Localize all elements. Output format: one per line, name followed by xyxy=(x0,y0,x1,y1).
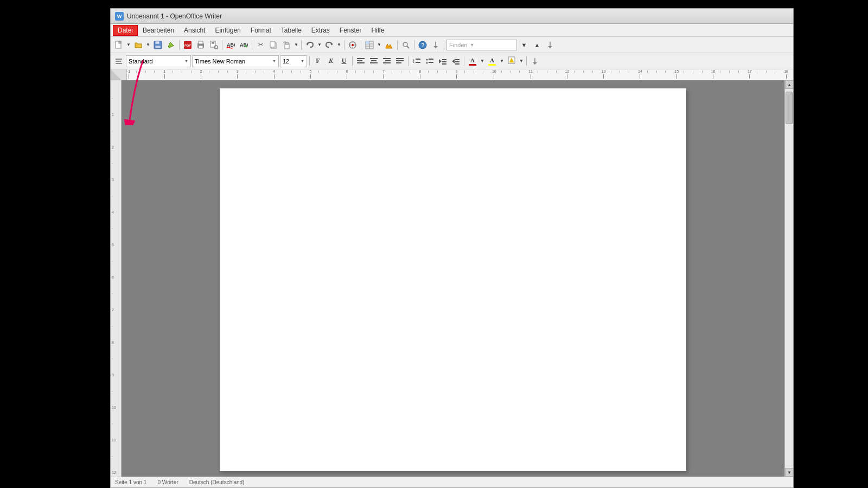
paste-dropdown[interactable]: ▼ xyxy=(293,39,299,51)
highlight-button[interactable]: A xyxy=(486,55,498,67)
style-dropdown[interactable]: Standard ▼ xyxy=(126,55,191,67)
scroll-down-button[interactable]: ▼ xyxy=(785,468,793,477)
svg-rect-65 xyxy=(429,62,433,63)
menu-hilfe[interactable]: Hilfe xyxy=(367,25,390,36)
menu-einfuegen[interactable]: Einfügen xyxy=(210,25,245,36)
svg-rect-47 xyxy=(357,60,362,61)
export-pdf-button[interactable]: PDF xyxy=(182,39,194,51)
font-dropdown[interactable]: Times New Roman ▼ xyxy=(192,55,279,67)
menu-ansicht[interactable]: Ansicht xyxy=(179,25,210,36)
align-right-button[interactable] xyxy=(381,55,393,67)
document-area[interactable] xyxy=(122,80,784,477)
menu-fenster[interactable]: Fenster xyxy=(335,25,367,36)
horizontal-ruler: -1123456789101112131415161718 xyxy=(127,69,793,80)
new-dropdown[interactable]: ▼ xyxy=(126,39,131,51)
svg-text:PDF: PDF xyxy=(184,44,191,47)
increase-indent-button[interactable] xyxy=(437,55,449,67)
language-info: Deutsch (Deutschland) xyxy=(189,479,245,485)
unordered-list-button[interactable] xyxy=(424,55,436,67)
spellcheck-button[interactable]: ABC xyxy=(225,39,237,51)
toolbar-separator-3 xyxy=(252,40,252,50)
toolbar-menu-button[interactable] xyxy=(430,39,442,51)
bold-button[interactable]: F xyxy=(312,55,324,67)
save-button[interactable] xyxy=(152,39,164,51)
help-button[interactable]: ? xyxy=(417,39,429,51)
format-sep-3 xyxy=(408,56,409,66)
svg-rect-3 xyxy=(155,41,159,44)
menu-extras[interactable]: Extras xyxy=(307,25,335,36)
paste-button[interactable] xyxy=(280,39,292,51)
open-button[interactable] xyxy=(132,39,144,51)
show-draw-button[interactable] xyxy=(383,39,395,51)
ordered-list-button[interactable]: 1.2. xyxy=(411,55,423,67)
page-content-area[interactable] xyxy=(274,143,675,460)
svg-marker-42 xyxy=(548,46,552,48)
size-dropdown-arrow: ▼ xyxy=(301,59,304,63)
document-page[interactable] xyxy=(220,88,686,471)
decrease-indent-button[interactable] xyxy=(450,55,462,67)
toolbar-separator-5 xyxy=(344,40,344,50)
underline-button[interactable]: U xyxy=(338,55,350,67)
scroll-track[interactable] xyxy=(785,89,793,468)
preview-button[interactable] xyxy=(208,39,220,51)
insert-table-button[interactable] xyxy=(363,39,375,51)
search-dropdown-arrow[interactable]: ▼ xyxy=(470,42,475,48)
find-button[interactable] xyxy=(400,39,412,51)
highlight-dropdown[interactable]: ▼ xyxy=(499,55,505,67)
vertical-scrollbar[interactable]: ▲ ▼ xyxy=(784,80,793,477)
svg-text:?: ? xyxy=(422,42,425,48)
font-color-bar xyxy=(469,64,476,66)
italic-button[interactable]: K xyxy=(325,55,337,67)
align-center-button[interactable] xyxy=(368,55,380,67)
menu-bearbeiten[interactable]: Bearbeiten xyxy=(138,25,179,36)
svg-marker-76 xyxy=(533,62,537,65)
print-button[interactable] xyxy=(195,39,207,51)
table-dropdown[interactable]: ▼ xyxy=(376,39,382,51)
svg-rect-43 xyxy=(116,59,122,60)
redo-button[interactable] xyxy=(323,39,335,51)
scroll-up-button[interactable]: ▲ xyxy=(785,80,793,89)
autocorrect-button[interactable]: ABC xyxy=(238,39,250,51)
search-text: Finden xyxy=(449,42,468,48)
edit-button[interactable] xyxy=(165,39,177,51)
ruler-corner xyxy=(111,69,127,80)
svg-rect-4 xyxy=(155,46,161,48)
cut-button[interactable]: ✂ xyxy=(254,39,266,51)
font-color-dropdown[interactable]: ▼ xyxy=(480,55,485,67)
svg-rect-51 xyxy=(370,62,378,63)
style-list-button[interactable] xyxy=(113,55,125,67)
svg-rect-46 xyxy=(357,58,365,59)
svg-rect-57 xyxy=(396,62,401,63)
svg-rect-67 xyxy=(442,59,446,60)
find-toolbar-input[interactable]: Finden ▼ xyxy=(446,40,517,50)
undo-button[interactable] xyxy=(304,39,316,51)
font-color-button[interactable]: A xyxy=(467,55,478,67)
undo-dropdown[interactable]: ▼ xyxy=(317,39,322,51)
redo-dropdown[interactable]: ▼ xyxy=(336,39,342,51)
toolbar2-more-button[interactable] xyxy=(529,55,541,67)
find-prev-button[interactable]: ▲ xyxy=(531,39,543,51)
svg-point-64 xyxy=(426,62,428,63)
background-dropdown[interactable]: ▼ xyxy=(519,55,524,67)
svg-rect-52 xyxy=(383,58,391,59)
format-sep-1 xyxy=(309,56,310,66)
format-sep-2 xyxy=(352,56,353,66)
menu-format[interactable]: Format xyxy=(246,25,276,36)
find-options-button[interactable] xyxy=(544,39,556,51)
copy-button[interactable] xyxy=(267,39,279,51)
navigator-button[interactable] xyxy=(347,39,359,51)
align-justify-button[interactable] xyxy=(394,55,406,67)
menu-datei[interactable]: Datei xyxy=(113,25,138,36)
find-next-button[interactable]: ▼ xyxy=(518,39,530,51)
toolbar-separator-4 xyxy=(301,40,302,50)
open-dropdown[interactable]: ▼ xyxy=(145,39,151,51)
scroll-thumb[interactable] xyxy=(786,92,793,124)
menu-tabelle[interactable]: Tabelle xyxy=(276,25,307,36)
new-button[interactable] xyxy=(113,39,125,51)
font-size-dropdown[interactable]: 12 ▼ xyxy=(280,55,307,67)
menu-bar: Datei Bearbeiten Ansicht Einfügen Format… xyxy=(111,24,793,37)
svg-rect-34 xyxy=(366,41,369,44)
background-color-button[interactable] xyxy=(506,55,518,67)
svg-rect-44 xyxy=(116,61,121,62)
align-left-button[interactable] xyxy=(355,55,367,67)
